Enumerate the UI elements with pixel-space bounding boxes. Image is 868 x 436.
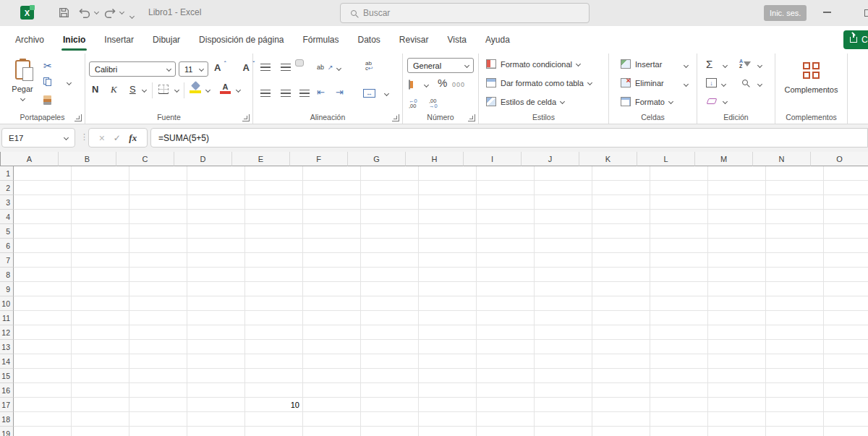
cell-B8[interactable] [72,268,129,282]
paste-button[interactable]: Pegar [6,58,39,114]
column-header-N[interactable]: N [753,152,811,166]
tab-datos[interactable]: Datos [349,26,390,54]
cell-L8[interactable] [650,268,708,282]
column-header-K[interactable]: K [579,152,637,166]
cell-A3[interactable] [14,195,72,210]
cell-C7[interactable] [129,253,187,268]
cell-K16[interactable] [592,383,650,398]
cell-L15[interactable] [650,369,708,383]
tab-archivo[interactable]: Archivo [6,26,54,54]
share-button[interactable]: Co [843,30,868,49]
cell-D2[interactable] [187,181,245,195]
cell-K4[interactable] [592,210,650,224]
increase-decimal-icon[interactable]: ,00→0 [429,98,438,108]
cell-J9[interactable] [535,282,592,296]
cell-F5[interactable] [303,224,361,239]
cell-G8[interactable] [361,268,419,282]
cell-K12[interactable] [592,325,650,340]
decrease-decimal-icon[interactable]: ←0,00 [409,98,417,108]
cell-B3[interactable] [72,195,129,210]
cell-B9[interactable] [72,282,129,296]
cell-M13[interactable] [708,340,766,354]
cell-H8[interactable] [419,268,477,282]
cell-C18[interactable] [129,412,187,427]
cell-N8[interactable] [766,268,824,282]
cell-F10[interactable] [303,296,361,311]
cell-F13[interactable] [303,340,361,354]
cell-D8[interactable] [187,268,245,282]
cell-C9[interactable] [129,282,187,296]
cell-O16[interactable] [824,383,868,398]
cell-G18[interactable] [361,412,419,427]
cell-E2[interactable] [245,181,303,195]
column-header-H[interactable]: H [406,152,464,166]
cell-H4[interactable] [419,210,477,224]
cell-H1[interactable] [419,166,477,181]
cell-F15[interactable] [303,369,361,383]
format-cells-button[interactable]: Formato [621,97,673,106]
cell-G3[interactable] [361,195,419,210]
cell-C6[interactable] [129,239,187,253]
column-header-J[interactable]: J [522,152,579,166]
cell-M14[interactable] [708,354,766,369]
row-header-8[interactable]: 8 [0,268,14,282]
undo-icon[interactable] [78,7,91,19]
column-header-M[interactable]: M [695,152,753,166]
cell-D12[interactable] [187,325,245,340]
cell-J14[interactable] [535,354,592,369]
cell-I7[interactable] [477,253,535,268]
cell-N12[interactable] [766,325,824,340]
cell-H9[interactable] [419,282,477,296]
cell-J3[interactable] [535,195,592,210]
cell-E8[interactable] [245,268,303,282]
increase-indent-icon[interactable]: ⇥ [336,88,344,97]
row-header-19[interactable]: 19 [0,427,14,436]
align-right-icon[interactable] [299,90,310,98]
cell-N10[interactable] [766,296,824,311]
cell-H14[interactable] [419,354,477,369]
cell-F7[interactable] [303,253,361,268]
cell-K10[interactable] [592,296,650,311]
cell-L4[interactable] [650,210,708,224]
cell-J18[interactable] [535,412,592,427]
excel-app-icon[interactable]: X [20,6,34,20]
cell-H15[interactable] [419,369,477,383]
cell-J2[interactable] [535,181,592,195]
name-box-dropdown-icon[interactable] [64,135,69,140]
cell-C11[interactable] [129,311,187,325]
cell-C13[interactable] [129,340,187,354]
delete-dropdown-icon[interactable] [684,82,689,87]
tab-vista[interactable]: Vista [438,26,476,54]
cell-G14[interactable] [361,354,419,369]
cell-E17[interactable]: 10 [245,398,303,412]
cell-L2[interactable] [650,181,708,195]
cell-I13[interactable] [477,340,535,354]
cell-C10[interactable] [129,296,187,311]
cancel-icon[interactable]: × [99,132,105,144]
accounting-format-icon[interactable] [409,80,410,90]
tab-insertar[interactable]: Insertar [95,26,143,54]
cell-K8[interactable] [592,268,650,282]
cell-I2[interactable] [477,181,535,195]
cell-M12[interactable] [708,325,766,340]
customize-qat-icon[interactable] [130,8,137,21]
column-header-L[interactable]: L [637,152,695,166]
find-select-icon[interactable] [742,80,748,85]
column-header-A[interactable]: A [1,152,59,166]
cell-A10[interactable] [14,296,72,311]
increase-font-size-button[interactable]: Aˆ [214,62,221,73]
name-box[interactable]: E17 [1,128,75,148]
undo-dropdown-icon[interactable] [94,9,99,14]
decrease-font-size-button[interactable]: Aˇ [242,62,249,73]
decrease-indent-icon[interactable]: ⇤ [317,88,325,97]
tab-disposición-de-página[interactable]: Disposición de página [190,26,293,54]
cell-J16[interactable] [535,383,592,398]
cell-A14[interactable] [14,354,72,369]
cell-A19[interactable] [14,427,72,436]
cell-O13[interactable] [824,340,868,354]
cell-J1[interactable] [535,166,592,181]
cell-K17[interactable] [592,398,650,412]
align-middle-icon[interactable] [281,64,291,72]
cell-G13[interactable] [361,340,419,354]
cell-E18[interactable] [245,412,303,427]
